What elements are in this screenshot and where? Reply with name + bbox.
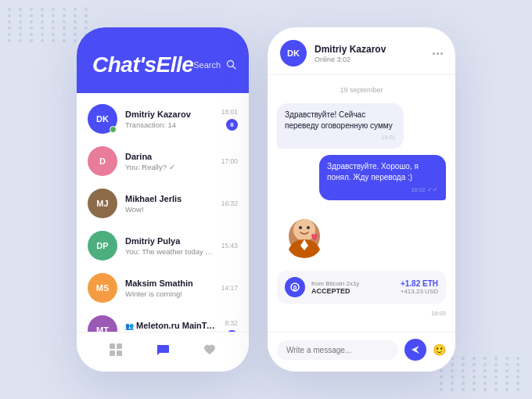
chat-badge: 8 [226,119,238,131]
phone-right: DK Dmitriy Kazarov Online 3:02 19 septem… [268,27,455,372]
chat-name: Dmitriy Kazarov [125,110,214,119]
avatar-wrap: DP [88,231,117,261]
contact-name: Dmitriy Kazarov [315,44,425,55]
svg-line-1 [233,66,236,69]
avatar-wrap: MS [88,273,117,303]
avatar: MT [88,315,117,332]
chat-item[interactable]: MSMaksim SmathinWinter is coming!14:17 [77,267,249,309]
chat-name: 👥 Meleton.ru MainTeam [125,321,217,330]
svg-rect-2 [110,343,115,349]
chat-info: Dmitriy KazarovTransaction: 14 [125,110,214,129]
chat-badge: 4 [226,330,238,332]
chat-meta: 16:32 [221,200,238,207]
transaction-card: ₿ from Bitcoin 2x1y ACCEPTED +1.82 ETH +… [277,271,446,304]
message-sent-1: Здравствуйте. Хорошо, я понял. Жду перев… [319,155,446,201]
chat-info: DarinaYou: Really? ✓ [125,152,214,171]
tx-eth: +1.82 ETH [401,279,438,288]
svg-rect-4 [110,350,115,356]
chat-item[interactable]: MJMikhael JerlisWow!16:32 [77,182,249,225]
chat-time: 8:32 [225,319,238,327]
contact-avatar: DK [280,40,307,66]
chat-info: Mikhael JerlisWow! [125,194,214,214]
chat-time: 14:17 [221,284,238,292]
chat-info: Maksim SmathinWinter is coming! [125,279,214,298]
chat-time: 18:01 [221,108,238,116]
search-button[interactable]: Search [193,59,236,71]
chat-preview: Givos: Ok. [125,332,217,332]
chat-item[interactable]: DPDmitriy PulyaYou: The weather today is… [77,225,249,267]
search-icon [226,59,236,71]
chat-item[interactable]: MT👥 Meleton.ru MainTeamGivos: Ok.8:324 [77,309,249,332]
chat-meta: 14:17 [221,284,238,292]
nav-chat-icon[interactable] [153,340,172,359]
messages-area: 19 september Здравствуйте! Сейчас переве… [268,75,455,332]
chat-info: Dmitriy PulyaYou: The weather today is t… [125,236,214,256]
chats-title: Chat'sElle [92,52,193,77]
contact-status: Online 3:02 [315,56,425,63]
sticker [277,207,332,261]
chat-header: DK Dmitriy Kazarov Online 3:02 [268,27,455,75]
avatar: D [88,146,117,176]
phone-left: Chat'sElle Search DKDmitriy KazarovTrans… [77,27,249,372]
bottom-nav [77,332,249,372]
tx-time: 18:03 [277,310,446,317]
nav-grid-icon[interactable] [106,340,125,359]
chat-info: 👥 Meleton.ru MainTeamGivos: Ok. [125,321,217,332]
message-received-1: Здравствуйте! Сейчас переведу оговоренну… [277,103,404,149]
svg-rect-5 [117,350,122,356]
chat-time: 16:32 [221,200,238,207]
avatar: MJ [88,189,117,218]
message-time-2: 18:02 ✓✓ [327,185,438,195]
avatar-wrap: MJ [88,189,117,218]
chat-time: 17:00 [221,157,238,165]
svg-point-7 [293,219,315,241]
search-label: Search [193,60,221,70]
tx-info: from Bitcoin 2x1y ACCEPTED [311,280,394,295]
chat-meta: 18:018 [221,108,238,131]
chat-list-header: Chat'sElle Search [77,27,249,93]
chat-name: Mikhael Jerlis [125,194,214,203]
phones-container: Chat'sElle Search DKDmitriy KazarovTrans… [77,27,455,372]
message-text: Здравствуйте! Сейчас переведу оговоренну… [285,110,393,130]
message-input[interactable] [277,340,398,360]
message-time-1: 18:01 [285,134,396,142]
message-text: Здравствуйте. Хорошо, я понял. Жду перев… [327,162,419,182]
chat-name: Darina [125,152,214,161]
chat-time: 15:43 [221,242,238,250]
chat-name: Maksim Smathin [125,279,214,288]
send-button[interactable] [404,339,426,361]
chat-preview: Wow! [125,205,214,214]
more-options-button[interactable] [433,52,443,55]
message-input-area: 🙂 [268,332,455,372]
nav-heart-icon[interactable] [200,340,219,359]
tx-label: ACCEPTED [311,287,394,295]
avatar-wrap: MT [88,315,117,332]
chat-meta: 17:00 [221,157,238,165]
svg-point-8 [299,226,302,229]
svg-point-9 [307,226,310,229]
date-separator: 19 september [277,86,446,94]
avatar-wrap: D [88,146,117,176]
chat-meta: 8:324 [225,319,238,332]
emoji-button[interactable]: 🙂 [433,343,446,356]
chat-list: DKDmitriy KazarovTransaction: 1418:018DD… [77,93,249,332]
avatar: DP [88,231,117,261]
chat-item[interactable]: DKDmitriy KazarovTransaction: 1418:018 [77,98,249,140]
chat-preview: Transaction: 14 [125,120,214,129]
chat-preview: You: Really? ✓ [125,163,214,171]
tx-from: from Bitcoin 2x1y [311,280,394,287]
tx-icon: ₿ [285,277,305,297]
tx-amount: +1.82 ETH +413.23 USD [401,279,438,295]
chat-item[interactable]: DDarinaYou: Really? ✓17:00 [77,140,249,182]
chat-preview: Winter is coming! [125,289,214,298]
avatar-wrap: DK [88,104,117,134]
chat-meta: 15:43 [221,242,238,250]
contact-info: Dmitriy Kazarov Online 3:02 [315,44,425,63]
chat-name: Dmitriy Pulya [125,236,214,246]
tx-usd: +413.23 USD [401,288,438,295]
online-indicator [110,126,117,133]
svg-rect-3 [117,343,122,349]
chat-preview: You: The weather today is te... [125,247,214,256]
avatar: MS [88,273,117,303]
